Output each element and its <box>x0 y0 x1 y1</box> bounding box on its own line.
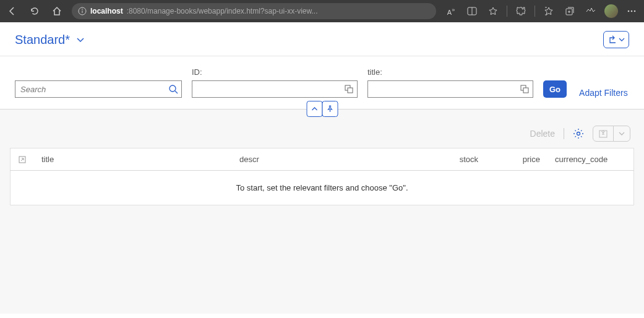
filter-id-input-wrap <box>192 80 358 98</box>
browser-actions: A» <box>444 4 639 19</box>
search-input[interactable] <box>15 81 165 97</box>
read-aloud-icon[interactable]: A» <box>444 4 458 19</box>
search-field <box>15 80 182 98</box>
filter-title-input-wrap <box>367 80 533 98</box>
go-button[interactable]: Go <box>543 80 567 98</box>
svg-point-15 <box>577 132 580 135</box>
collapse-button[interactable] <box>306 101 322 117</box>
address-bar[interactable]: localhost:8080/manage-books/webapp/index… <box>72 3 436 19</box>
value-help-icon[interactable] <box>341 85 357 93</box>
chevron-down-icon <box>613 126 630 141</box>
filter-title-label: title: <box>367 67 533 77</box>
profile-avatar[interactable] <box>604 4 618 18</box>
svg-point-9 <box>170 85 176 92</box>
filter-title: title: <box>367 67 533 98</box>
pin-button[interactable] <box>322 101 338 117</box>
svg-point-8 <box>634 11 636 12</box>
split-screen-icon[interactable] <box>465 4 479 19</box>
performance-icon[interactable] <box>583 4 598 19</box>
extensions-icon[interactable] <box>513 4 528 19</box>
url-path: :8080/manage-books/webapp/index.html?sap… <box>127 7 318 15</box>
share-button[interactable] <box>603 31 629 48</box>
divider <box>507 6 507 17</box>
column-nav-icon <box>11 148 35 171</box>
filter-id: ID: <box>192 67 358 98</box>
settings-button[interactable] <box>573 128 584 139</box>
share-icon <box>608 35 617 45</box>
search-icon[interactable] <box>165 84 181 94</box>
svg-line-10 <box>175 91 178 93</box>
filter-collapse-controls <box>306 101 338 117</box>
column-descr[interactable]: descr <box>232 148 430 171</box>
favorites-list-icon[interactable] <box>541 4 556 19</box>
data-table: title descr stock price currency_code To… <box>10 148 634 205</box>
svg-rect-12 <box>348 88 353 93</box>
svg-point-6 <box>628 11 630 12</box>
svg-rect-14 <box>523 88 528 93</box>
table-toolbar: Delete <box>10 123 634 148</box>
empty-message: To start, set the relevant filters and c… <box>11 171 634 205</box>
home-button[interactable] <box>49 4 64 19</box>
divider <box>535 6 535 17</box>
chevron-down-icon <box>76 35 85 44</box>
table-empty-row: To start, set the relevant filters and c… <box>11 171 634 205</box>
export-button[interactable] <box>593 126 630 142</box>
adapt-filters-link[interactable]: Adapt Filters <box>577 88 630 98</box>
favorite-icon[interactable] <box>486 4 500 19</box>
collections-icon[interactable] <box>562 4 577 19</box>
svg-point-7 <box>631 11 633 12</box>
filter-bar: ID: title: Go Adapt Filters <box>0 56 644 110</box>
variant-title-text: Standard* <box>15 33 70 47</box>
svg-point-2 <box>82 9 83 10</box>
table-header-row: title descr stock price currency_code <box>11 148 634 171</box>
url-host: localhost <box>90 7 123 15</box>
more-icon[interactable] <box>624 4 639 19</box>
separator <box>564 128 564 139</box>
variant-selector[interactable]: Standard* <box>15 33 85 47</box>
value-help-icon[interactable] <box>517 85 533 93</box>
browser-toolbar: localhost:8080/manage-books/webapp/index… <box>0 0 644 22</box>
column-currency[interactable]: currency_code <box>547 148 634 171</box>
filter-id-label: ID: <box>192 67 358 77</box>
export-icon <box>593 126 613 141</box>
filter-title-input[interactable] <box>368 81 517 97</box>
filter-id-input[interactable] <box>192 81 341 97</box>
column-price[interactable]: price <box>486 148 547 171</box>
back-button[interactable] <box>5 4 20 19</box>
content-area: Delete title descr stock price curr <box>0 110 644 314</box>
info-icon <box>78 7 87 15</box>
refresh-button[interactable] <box>27 4 42 19</box>
column-title[interactable]: title <box>34 148 232 171</box>
column-stock[interactable]: stock <box>430 148 486 171</box>
chevron-down-icon <box>619 37 625 43</box>
page-header: Standard* <box>0 22 644 56</box>
delete-button[interactable]: Delete <box>530 129 555 139</box>
search-input-wrap <box>15 80 182 98</box>
